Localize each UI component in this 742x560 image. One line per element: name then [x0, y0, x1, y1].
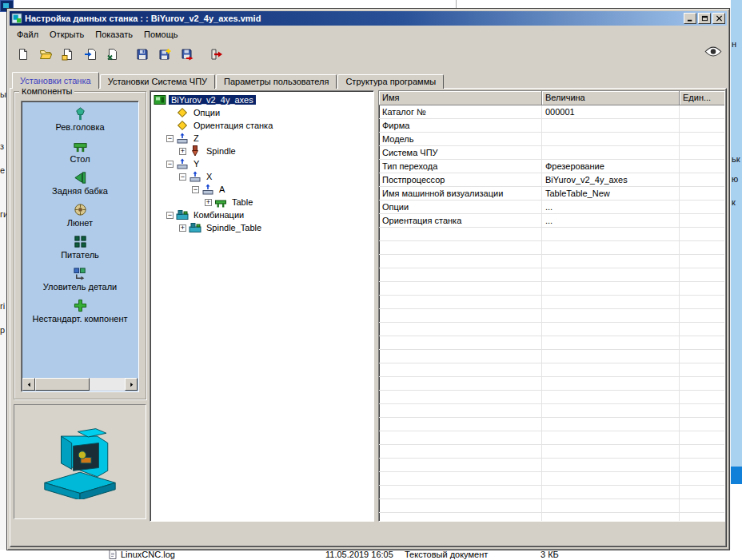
grid-row[interactable] [379, 241, 724, 255]
grid-row[interactable]: Ориентация станка... [379, 214, 724, 228]
grid-row[interactable] [379, 445, 724, 459]
grid-row[interactable] [379, 404, 724, 418]
grid-row[interactable]: Система ЧПУ [379, 146, 724, 160]
save-button[interactable] [133, 44, 154, 66]
grid-row[interactable] [379, 459, 724, 472]
component-feeder[interactable]: Питатель [22, 234, 138, 266]
scrollbar-track[interactable] [35, 378, 125, 391]
new-file-button[interactable] [14, 44, 35, 66]
grid-row[interactable] [379, 255, 724, 268]
tree-node-label[interactable]: Y [191, 159, 201, 169]
grid-row[interactable]: Фирма [379, 119, 724, 133]
tree-node-label[interactable]: Опции [191, 108, 222, 117]
tree-node-label[interactable]: Ориентация станка [191, 121, 275, 130]
grid-row[interactable] [379, 377, 724, 391]
grid-row[interactable] [379, 431, 724, 445]
file-name[interactable]: LinuxCNC.log [121, 550, 175, 559]
tree-node[interactable]: Ориентация станка [150, 119, 373, 132]
menu-item[interactable]: Файл [12, 28, 45, 41]
grid-column-header[interactable]: Величина [542, 91, 680, 105]
tree-node[interactable]: BiYurov_v2_4y_axes [150, 93, 373, 106]
components-scrollbar[interactable] [22, 378, 138, 391]
collapse-toggle[interactable]: − [166, 161, 174, 168]
tree-node[interactable]: −X [150, 170, 373, 183]
grid-row[interactable] [379, 296, 724, 309]
tab-user-params[interactable]: Параметры пользователя [216, 74, 337, 89]
tree-node[interactable]: −Комбинации [150, 209, 373, 221]
tree-node-label[interactable]: Spindle_Table [204, 223, 264, 232]
scrollbar-thumb[interactable] [35, 378, 90, 391]
grid-row[interactable] [379, 268, 724, 282]
exit-button[interactable] [207, 44, 229, 66]
grid-row[interactable] [379, 363, 724, 377]
expand-toggle[interactable]: + [179, 224, 186, 232]
grid-row[interactable]: Опции... [379, 201, 724, 214]
tree-node[interactable]: +Table [150, 196, 373, 209]
param-value[interactable] [542, 146, 680, 160]
scroll-right-button[interactable] [125, 378, 138, 391]
maximize-button[interactable] [698, 13, 711, 24]
grid-row[interactable] [379, 499, 724, 513]
param-value[interactable]: 000001 [542, 105, 680, 119]
grid-row[interactable]: ПостпроцессорBiYurov_v2_4y_axes [379, 173, 724, 187]
tree-node-label[interactable]: A [217, 185, 227, 194]
menu-item[interactable]: Показать [90, 28, 139, 41]
grid-column-header[interactable]: Един... [680, 91, 724, 105]
menu-item[interactable]: Открыть [45, 28, 90, 41]
visibility-button[interactable] [704, 46, 723, 60]
grid-row[interactable] [379, 418, 724, 431]
grid-column-header[interactable]: Имя [379, 91, 542, 105]
param-value[interactable] [542, 119, 680, 133]
menu-item[interactable]: Помощь [139, 28, 185, 41]
collapse-toggle[interactable]: − [166, 135, 174, 142]
grid-row[interactable]: Тип переходаФрезерование [379, 160, 724, 173]
tab-program-structure[interactable]: Структура программы [337, 74, 444, 89]
tree-node[interactable]: −A [150, 183, 373, 196]
tree-node-label[interactable]: Spindle [204, 146, 238, 156]
scroll-left-button[interactable] [22, 378, 35, 391]
grid-row[interactable]: Имя машинной визуализацииTableTable_New [379, 187, 724, 201]
tree-node-label[interactable]: Z [191, 133, 201, 143]
grid-row[interactable] [379, 513, 724, 522]
tree-node[interactable]: +Spindle [150, 145, 373, 157]
tree-node[interactable]: Опции [150, 106, 373, 119]
param-value[interactable]: BiYurov_v2_4y_axes [542, 173, 680, 187]
tree-node-label[interactable]: Комбинации [191, 210, 246, 220]
save-as-button[interactable] [178, 44, 199, 66]
tree-node[interactable]: +Spindle_Table [150, 221, 373, 234]
param-value[interactable]: TableTable_New [542, 187, 680, 201]
grid-row[interactable]: Модель [379, 133, 724, 146]
component-table[interactable]: Стол [22, 138, 138, 170]
collapse-toggle[interactable]: − [166, 212, 174, 219]
tree-node-label[interactable]: Table [229, 197, 255, 207]
grid-row[interactable] [379, 391, 724, 404]
param-value[interactable]: ... [542, 201, 680, 214]
expand-toggle[interactable]: + [205, 199, 212, 206]
save-add-button[interactable] [155, 44, 177, 66]
tab-machine-settings[interactable]: Установки станка [12, 72, 99, 89]
collapse-toggle[interactable]: − [192, 186, 199, 193]
param-value[interactable] [542, 133, 680, 146]
tree-node-label[interactable]: BiYurov_v2_4y_axes [169, 95, 256, 105]
file-list-row[interactable]: LinuxCNC.log 11.05.2019 16:05 Текстовый … [0, 550, 742, 560]
component-part-catcher[interactable]: Уловитель детали [22, 266, 138, 298]
new-from-template-button[interactable] [58, 44, 80, 66]
grid-row[interactable] [379, 336, 724, 350]
grid-row[interactable] [379, 228, 724, 241]
grid-row[interactable] [379, 323, 724, 336]
component-steady-rest[interactable]: Люнет [22, 202, 138, 234]
tree-node-label[interactable]: X [204, 172, 214, 181]
minimize-button[interactable] [684, 13, 696, 24]
component-tailstock[interactable]: Задняя бабка [22, 170, 138, 202]
open-file-button[interactable] [36, 44, 58, 66]
grid-row[interactable] [379, 472, 724, 486]
component-custom-component[interactable]: Нестандарт. компонент [22, 298, 138, 330]
title-bar[interactable]: Настройка данных станка : : BiYurov_v2_4… [10, 11, 727, 26]
close-file-button[interactable] [103, 44, 125, 66]
expand-toggle[interactable]: + [179, 148, 186, 155]
grid-row[interactable] [379, 309, 724, 323]
grid-row[interactable]: Каталог №000001 [379, 105, 724, 119]
grid-row[interactable] [379, 350, 724, 363]
close-button[interactable] [712, 13, 725, 24]
import-button[interactable] [81, 44, 102, 66]
